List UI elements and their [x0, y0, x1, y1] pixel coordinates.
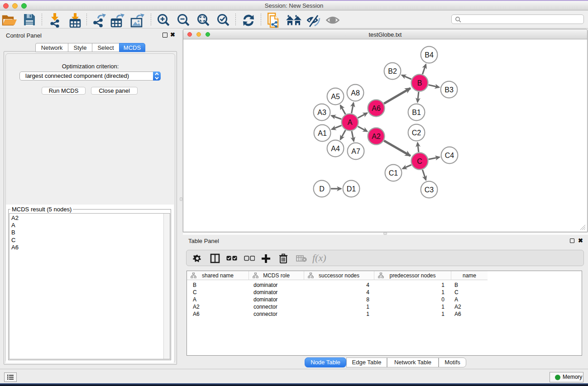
svg-text:B: B — [417, 79, 422, 87]
svg-text:B2: B2 — [388, 67, 397, 75]
svg-text:C: C — [417, 157, 422, 165]
svg-text:A7: A7 — [351, 148, 360, 155]
svg-text:A1: A1 — [318, 129, 327, 137]
svg-text:A8: A8 — [351, 89, 360, 97]
svg-text:C4: C4 — [445, 152, 454, 159]
svg-text:B3: B3 — [445, 86, 454, 94]
svg-text:A6: A6 — [372, 105, 381, 112]
svg-text:D: D — [319, 185, 325, 193]
svg-text:A4: A4 — [331, 145, 340, 152]
svg-text:C1: C1 — [389, 169, 398, 177]
svg-text:A3: A3 — [317, 109, 326, 116]
svg-text:B4: B4 — [425, 51, 434, 59]
svg-text:A: A — [348, 119, 353, 126]
svg-text:C2: C2 — [412, 129, 421, 137]
svg-text:D1: D1 — [347, 185, 356, 193]
svg-text:B1: B1 — [412, 109, 421, 116]
svg-text:A2: A2 — [372, 133, 381, 140]
svg-text:A5: A5 — [331, 93, 340, 100]
svg-text:C3: C3 — [425, 186, 434, 194]
